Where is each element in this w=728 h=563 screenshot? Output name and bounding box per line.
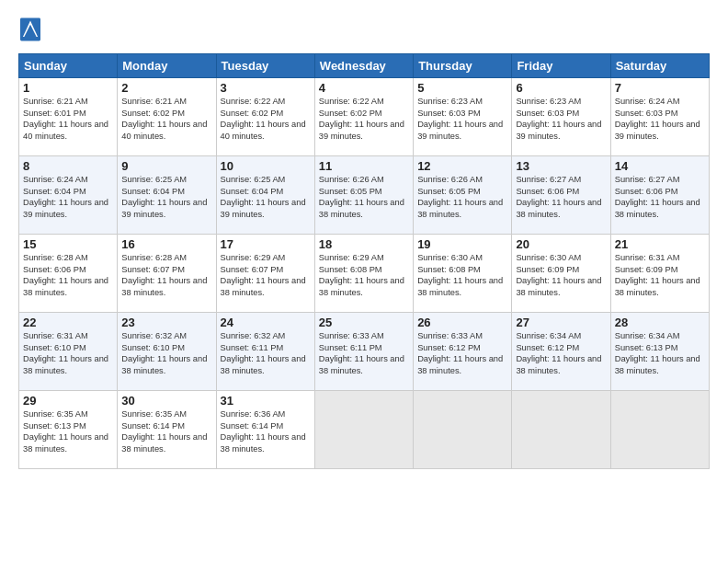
day-info: Sunrise: 6:24 AMSunset: 6:04 PMDaylight:… bbox=[23, 175, 108, 219]
day-info: Sunrise: 6:35 AMSunset: 6:13 PMDaylight:… bbox=[23, 409, 108, 454]
table-row: 17Sunrise: 6:29 AMSunset: 6:07 PMDayligh… bbox=[216, 235, 314, 313]
day-header-tuesday: Tuesday bbox=[216, 54, 314, 78]
day-number: 20 bbox=[516, 237, 606, 251]
day-number: 22 bbox=[23, 316, 113, 329]
day-info: Sunrise: 6:35 AMSunset: 6:14 PMDaylight:… bbox=[121, 409, 207, 454]
day-number: 8 bbox=[23, 159, 113, 173]
day-header-sunday: Sunday bbox=[19, 54, 118, 78]
table-row: 30Sunrise: 6:35 AMSunset: 6:14 PMDayligh… bbox=[118, 391, 216, 469]
day-number: 21 bbox=[615, 237, 705, 251]
day-info: Sunrise: 6:26 AMSunset: 6:05 PMDaylight:… bbox=[417, 175, 503, 219]
page: SundayMondayTuesdayWednesdayThursdayFrid… bbox=[0, 0, 728, 563]
table-row: 28Sunrise: 6:34 AMSunset: 6:13 PMDayligh… bbox=[610, 313, 709, 391]
day-number: 25 bbox=[319, 316, 409, 329]
day-info: Sunrise: 6:30 AMSunset: 6:09 PMDaylight:… bbox=[516, 253, 601, 297]
table-row bbox=[512, 391, 610, 469]
day-info: Sunrise: 6:21 AMSunset: 6:02 PMDaylight:… bbox=[121, 97, 207, 141]
day-info: Sunrise: 6:27 AMSunset: 6:06 PMDaylight:… bbox=[615, 175, 700, 219]
day-number: 5 bbox=[417, 81, 507, 95]
day-number: 27 bbox=[516, 316, 606, 329]
calendar-week-3: 15Sunrise: 6:28 AMSunset: 6:06 PMDayligh… bbox=[19, 235, 710, 313]
table-row: 26Sunrise: 6:33 AMSunset: 6:12 PMDayligh… bbox=[414, 313, 512, 391]
table-row: 16Sunrise: 6:28 AMSunset: 6:07 PMDayligh… bbox=[118, 235, 216, 313]
day-number: 4 bbox=[319, 81, 409, 95]
day-number: 2 bbox=[121, 81, 211, 95]
day-number: 9 bbox=[121, 159, 211, 173]
calendar-week-5: 29Sunrise: 6:35 AMSunset: 6:13 PMDayligh… bbox=[19, 391, 710, 469]
day-header-friday: Friday bbox=[512, 54, 610, 78]
table-row: 4Sunrise: 6:22 AMSunset: 6:02 PMDaylight… bbox=[314, 78, 413, 156]
day-info: Sunrise: 6:34 AMSunset: 6:12 PMDaylight:… bbox=[516, 331, 601, 375]
day-info: Sunrise: 6:31 AMSunset: 6:09 PMDaylight:… bbox=[615, 253, 700, 297]
table-row: 6Sunrise: 6:23 AMSunset: 6:03 PMDaylight… bbox=[512, 78, 610, 156]
header bbox=[18, 17, 710, 46]
calendar-body: 1Sunrise: 6:21 AMSunset: 6:01 PMDaylight… bbox=[19, 78, 710, 469]
day-number: 23 bbox=[121, 316, 211, 329]
day-info: Sunrise: 6:27 AMSunset: 6:06 PMDaylight:… bbox=[516, 175, 601, 219]
calendar: SundayMondayTuesdayWednesdayThursdayFrid… bbox=[18, 53, 710, 469]
day-number: 16 bbox=[121, 237, 211, 251]
day-of-week-row: SundayMondayTuesdayWednesdayThursdayFrid… bbox=[19, 54, 710, 78]
day-info: Sunrise: 6:28 AMSunset: 6:06 PMDaylight:… bbox=[23, 253, 108, 297]
table-row: 2Sunrise: 6:21 AMSunset: 6:02 PMDaylight… bbox=[118, 78, 216, 156]
day-number: 26 bbox=[417, 316, 507, 329]
table-row: 15Sunrise: 6:28 AMSunset: 6:06 PMDayligh… bbox=[19, 235, 118, 313]
table-row: 20Sunrise: 6:30 AMSunset: 6:09 PMDayligh… bbox=[512, 235, 610, 313]
table-row: 1Sunrise: 6:21 AMSunset: 6:01 PMDaylight… bbox=[19, 78, 118, 156]
table-row: 29Sunrise: 6:35 AMSunset: 6:13 PMDayligh… bbox=[19, 391, 118, 469]
table-row: 12Sunrise: 6:26 AMSunset: 6:05 PMDayligh… bbox=[414, 156, 512, 235]
day-info: Sunrise: 6:22 AMSunset: 6:02 PMDaylight:… bbox=[221, 97, 306, 141]
day-number: 15 bbox=[23, 237, 113, 251]
calendar-week-2: 8Sunrise: 6:24 AMSunset: 6:04 PMDaylight… bbox=[19, 156, 710, 235]
table-row: 7Sunrise: 6:24 AMSunset: 6:03 PMDaylight… bbox=[610, 78, 709, 156]
day-info: Sunrise: 6:34 AMSunset: 6:13 PMDaylight:… bbox=[615, 331, 700, 375]
day-number: 31 bbox=[221, 394, 311, 408]
day-header-monday: Monday bbox=[118, 54, 216, 78]
table-row: 18Sunrise: 6:29 AMSunset: 6:08 PMDayligh… bbox=[314, 235, 413, 313]
day-number: 10 bbox=[221, 159, 311, 173]
table-row: 5Sunrise: 6:23 AMSunset: 6:03 PMDaylight… bbox=[414, 78, 512, 156]
table-row: 27Sunrise: 6:34 AMSunset: 6:12 PMDayligh… bbox=[512, 313, 610, 391]
day-number: 7 bbox=[615, 81, 705, 95]
day-header-wednesday: Wednesday bbox=[314, 54, 413, 78]
table-row: 3Sunrise: 6:22 AMSunset: 6:02 PMDaylight… bbox=[216, 78, 314, 156]
day-info: Sunrise: 6:29 AMSunset: 6:07 PMDaylight:… bbox=[221, 253, 306, 297]
day-number: 11 bbox=[319, 159, 409, 173]
table-row: 23Sunrise: 6:32 AMSunset: 6:10 PMDayligh… bbox=[118, 313, 216, 391]
table-row: 8Sunrise: 6:24 AMSunset: 6:04 PMDaylight… bbox=[19, 156, 118, 235]
day-number: 3 bbox=[221, 81, 311, 95]
day-number: 17 bbox=[221, 237, 311, 251]
day-info: Sunrise: 6:32 AMSunset: 6:10 PMDaylight:… bbox=[121, 331, 207, 375]
day-info: Sunrise: 6:21 AMSunset: 6:01 PMDaylight:… bbox=[23, 97, 108, 141]
day-info: Sunrise: 6:31 AMSunset: 6:10 PMDaylight:… bbox=[23, 331, 108, 375]
day-number: 28 bbox=[615, 316, 705, 329]
logo bbox=[18, 17, 44, 46]
table-row bbox=[314, 391, 413, 469]
table-row: 22Sunrise: 6:31 AMSunset: 6:10 PMDayligh… bbox=[19, 313, 118, 391]
day-number: 14 bbox=[615, 159, 705, 173]
day-number: 13 bbox=[516, 159, 606, 173]
table-row bbox=[414, 391, 512, 469]
day-info: Sunrise: 6:28 AMSunset: 6:07 PMDaylight:… bbox=[121, 253, 207, 297]
day-info: Sunrise: 6:29 AMSunset: 6:08 PMDaylight:… bbox=[319, 253, 404, 297]
day-info: Sunrise: 6:33 AMSunset: 6:11 PMDaylight:… bbox=[319, 331, 404, 375]
day-header-thursday: Thursday bbox=[414, 54, 512, 78]
table-row: 10Sunrise: 6:25 AMSunset: 6:04 PMDayligh… bbox=[216, 156, 314, 235]
day-info: Sunrise: 6:32 AMSunset: 6:11 PMDaylight:… bbox=[221, 331, 306, 375]
table-row: 21Sunrise: 6:31 AMSunset: 6:09 PMDayligh… bbox=[610, 235, 709, 313]
day-number: 19 bbox=[417, 237, 507, 251]
table-row: 11Sunrise: 6:26 AMSunset: 6:05 PMDayligh… bbox=[314, 156, 413, 235]
day-info: Sunrise: 6:23 AMSunset: 6:03 PMDaylight:… bbox=[516, 97, 601, 141]
day-number: 18 bbox=[319, 237, 409, 251]
day-info: Sunrise: 6:22 AMSunset: 6:02 PMDaylight:… bbox=[319, 97, 404, 141]
day-info: Sunrise: 6:24 AMSunset: 6:03 PMDaylight:… bbox=[615, 97, 700, 141]
table-row: 13Sunrise: 6:27 AMSunset: 6:06 PMDayligh… bbox=[512, 156, 610, 235]
day-info: Sunrise: 6:26 AMSunset: 6:05 PMDaylight:… bbox=[319, 175, 404, 219]
table-row: 19Sunrise: 6:30 AMSunset: 6:08 PMDayligh… bbox=[414, 235, 512, 313]
table-row bbox=[610, 391, 709, 469]
day-number: 12 bbox=[417, 159, 507, 173]
table-row: 14Sunrise: 6:27 AMSunset: 6:06 PMDayligh… bbox=[610, 156, 709, 235]
day-info: Sunrise: 6:36 AMSunset: 6:14 PMDaylight:… bbox=[221, 409, 306, 454]
calendar-week-1: 1Sunrise: 6:21 AMSunset: 6:01 PMDaylight… bbox=[19, 78, 710, 156]
calendar-week-4: 22Sunrise: 6:31 AMSunset: 6:10 PMDayligh… bbox=[19, 313, 710, 391]
